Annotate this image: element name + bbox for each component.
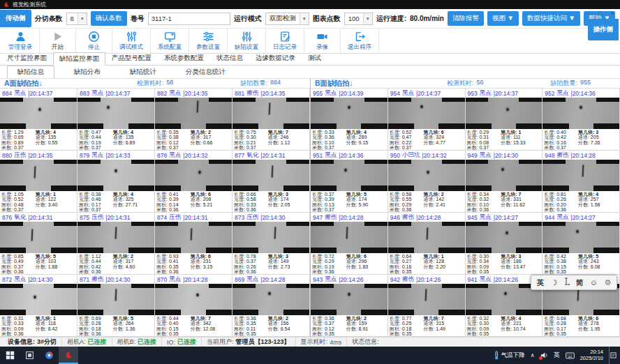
- defect-cell[interactable]: 944 黑点 |20:14:27 长度:0.42 宽度:0.38 面积:0.15…: [542, 213, 620, 275]
- defect-image[interactable]: [388, 160, 465, 191]
- ime-lang-cn[interactable]: 简: [576, 279, 584, 287]
- view-menu-button[interactable]: 视图 ▼: [487, 11, 519, 26]
- defect-cell[interactable]: 954 黑点 |20:14:37 长度:0.52 宽度:0.47 面积:0.22…: [388, 89, 466, 151]
- defect-cell[interactable]: 953 黑点 |20:14:37 长度:0.29 宽度:0.31 面积:0.08…: [466, 89, 543, 151]
- drive-side-button[interactable]: 传动侧: [0, 10, 31, 27]
- defect-image[interactable]: [232, 160, 309, 191]
- tab-main-4[interactable]: 状态信息: [210, 52, 249, 65]
- run-mode-select[interactable]: 双面检测 ▼: [265, 13, 309, 25]
- minimize-button[interactable]: −: [586, 10, 590, 17]
- defect-image[interactable]: [466, 98, 542, 129]
- defect-cell[interactable]: 871 擦伤 |20:14:30 长度:0.69 宽度:0.28 面积:0.18…: [78, 275, 155, 337]
- defect-image[interactable]: [542, 160, 619, 191]
- defect-image[interactable]: [388, 98, 465, 129]
- defect-image[interactable]: [466, 222, 542, 253]
- defect-cell[interactable]: 955 黑点 |20:14:39 长度:0.33 宽度:0.36 面积:0.10…: [311, 89, 388, 151]
- tab-main-1[interactable]: 缺陷监控界面: [53, 52, 105, 66]
- notification-center-icon[interactable]: [609, 347, 617, 364]
- defect-cell[interactable]: 877 氧化 |20:14:31 长度:0.66 宽度:0.58 面积:0.33…: [232, 151, 310, 213]
- defect-image[interactable]: [155, 98, 232, 129]
- defect-cell[interactable]: 945 黑点 |20:14:27 长度:0.30 宽度:0.34 面积:0.09…: [466, 213, 543, 275]
- defect-cell[interactable]: 952 黑点 |20:14:36 长度:0.40 宽度:0.42 面积:0.16…: [542, 89, 620, 151]
- tab-main-3[interactable]: 系统参数配置: [158, 52, 210, 65]
- panel-a-title[interactable]: A面缺陷拍↓: [4, 79, 43, 89]
- keyboard-icon[interactable]: [566, 352, 575, 359]
- defect-cell[interactable]: 872 黑点 |20:14:30 长度:0.31 宽度:0.33 面积:0.09…: [0, 275, 78, 337]
- defect-cell[interactable]: 881 擦伤 |20:14:35 长度:0.75 宽度:0.30 面积:0.21…: [232, 89, 310, 151]
- defect-cell[interactable]: 943 黑点 |20:14:26 长度:0.36 宽度:0.37 面积:0.12…: [311, 275, 388, 337]
- defect-cell[interactable]: 884 黑点 |20:14:37 长度:1.29 宽度:0.65 面积:0.89…: [0, 89, 78, 151]
- tab-sub-3[interactable]: 分类信息统计: [176, 66, 235, 78]
- ime-lang-en[interactable]: 英: [537, 279, 545, 287]
- volume-icon[interactable]: [540, 351, 548, 359]
- action-exit[interactable]: 退出程序: [341, 29, 379, 53]
- action-debug-sliders[interactable]: 调试模式: [112, 29, 151, 53]
- ime-gear-icon[interactable]: ⚙: [604, 279, 611, 287]
- defect-image[interactable]: [311, 160, 388, 191]
- defect-image[interactable]: [542, 98, 619, 129]
- defect-image[interactable]: [155, 222, 232, 253]
- defect-cell[interactable]: 878 黑点 |20:14:32 长度:0.41 宽度:0.39 面积:0.14…: [155, 151, 232, 213]
- defect-image[interactable]: [78, 98, 154, 129]
- confirm-count-button[interactable]: 确认条数: [91, 11, 127, 26]
- defect-cell[interactable]: 880 压伤 |20:14:35 长度:1.05 宽度:0.52 面积:0.48…: [0, 151, 78, 213]
- action-monitor[interactable]: 系统配置: [151, 29, 189, 53]
- defect-image[interactable]: [78, 222, 154, 253]
- defect-image[interactable]: [0, 284, 77, 315]
- data-quick-access-button[interactable]: 数据快捷访问 ▼: [522, 11, 580, 26]
- defect-cell[interactable]: 879 黑点 |20:14:33 长度:0.38 宽度:0.46 面积:0.17…: [78, 151, 155, 213]
- slit-count-select[interactable]: 8 ▼: [66, 13, 87, 25]
- defect-image[interactable]: [311, 222, 388, 253]
- action-camera[interactable]: 录像: [304, 29, 341, 53]
- tab-sub-0[interactable]: 缺陷信息: [7, 66, 54, 79]
- start-button-icon[interactable]: [0, 347, 20, 364]
- defect-cell[interactable]: 948 擦伤 |20:14:28 长度:0.81 宽度:0.26 面积:0.20…: [542, 151, 620, 213]
- defect-image[interactable]: [311, 98, 388, 129]
- action-stop[interactable]: 停止: [76, 29, 112, 53]
- defect-image[interactable]: [232, 284, 309, 315]
- defect-cell[interactable]: 951 黑点 |20:14:36 长度:0.37 宽度:0.39 面积:0.13…: [311, 151, 388, 213]
- defect-cell[interactable]: 882 黑点 |20:14:35 长度:0.35 宽度:0.38 面积:0.12…: [155, 89, 232, 151]
- defect-image[interactable]: [78, 160, 154, 191]
- action-log[interactable]: 日志记录: [266, 29, 304, 53]
- defect-cell[interactable]: 883 黑点 |20:14:37 长度:0.47 宽度:0.44 面积:0.19…: [78, 89, 155, 151]
- task-view-icon[interactable]: [20, 347, 39, 364]
- maximize-button[interactable]: □: [598, 10, 602, 17]
- close-button[interactable]: ×: [611, 10, 614, 17]
- tray-expand-chevron[interactable]: ∧: [531, 352, 535, 358]
- defect-cell[interactable]: 870 黑点 |20:14:28 长度:0.44 宽度:0.40 面积:0.15…: [155, 275, 232, 337]
- tab-main-0[interactable]: 尺寸监控界面: [1, 52, 53, 65]
- tab-main-5[interactable]: 边缘数据记录: [249, 52, 302, 65]
- defect-image[interactable]: [232, 222, 309, 253]
- tab-main-2[interactable]: 产品型号配置: [105, 52, 158, 65]
- ime-smiley-icon[interactable]: ☺: [590, 279, 598, 287]
- roll-number-input[interactable]: [148, 13, 230, 25]
- defect-cell[interactable]: 873 压伤 |20:14:30 长度:0.78 宽度:0.37 面积:0.26…: [232, 213, 310, 275]
- tab-main-6[interactable]: 测试: [302, 52, 327, 65]
- defect-image[interactable]: [0, 98, 77, 129]
- defect-image[interactable]: [388, 284, 465, 315]
- clock-widget[interactable]: 20:14 2025/2/10: [580, 349, 603, 361]
- defect-cell[interactable]: 946 擦伤 |20:14:28 长度:0.64 宽度:0.27 面积:0.16…: [388, 213, 466, 275]
- defect-cell[interactable]: 875 压伤 |20:14:31 长度:1.12 宽度:0.44 面积:0.42…: [78, 213, 155, 275]
- language-indicator[interactable]: 英: [554, 351, 560, 360]
- defect-cell[interactable]: 950 小凹坑 |20:14:32 长度:0.58 宽度:0.55 面积:0.2…: [388, 151, 466, 213]
- operate-side-button[interactable]: 操作侧: [588, 19, 619, 40]
- ime-cursor-icon[interactable]: [564, 278, 570, 287]
- action-defect-sliders[interactable]: 缺陷设置: [228, 29, 266, 53]
- defect-image[interactable]: [311, 284, 388, 315]
- defect-cell[interactable]: 942 擦伤 |20:14:26 长度:0.77 宽度:0.25 面积:0.18…: [388, 275, 466, 337]
- action-play[interactable]: 开始: [40, 29, 76, 53]
- chart-points-select[interactable]: 100 ▼: [344, 13, 373, 25]
- defect-image[interactable]: [466, 160, 542, 191]
- defect-image[interactable]: [0, 222, 77, 253]
- action-params-sliders[interactable]: 参数设置: [189, 29, 228, 53]
- ime-moon-icon[interactable]: ☽: [550, 279, 557, 287]
- clear-alarm-button[interactable]: 清除报警: [448, 11, 484, 26]
- defect-image[interactable]: [78, 284, 154, 315]
- tab-sub-1[interactable]: 缺陷分布: [64, 66, 110, 78]
- defect-cell[interactable]: 869 黑点 |20:14:28 长度:0.36 宽度:0.35 面积:0.11…: [232, 275, 310, 337]
- defect-image[interactable]: [388, 222, 465, 253]
- defect-cell[interactable]: 949 黑点 |20:14:30 长度:0.34 宽度:0.32 面积:0.10…: [466, 151, 543, 213]
- tab-sub-2[interactable]: 缺陷统计: [120, 66, 166, 78]
